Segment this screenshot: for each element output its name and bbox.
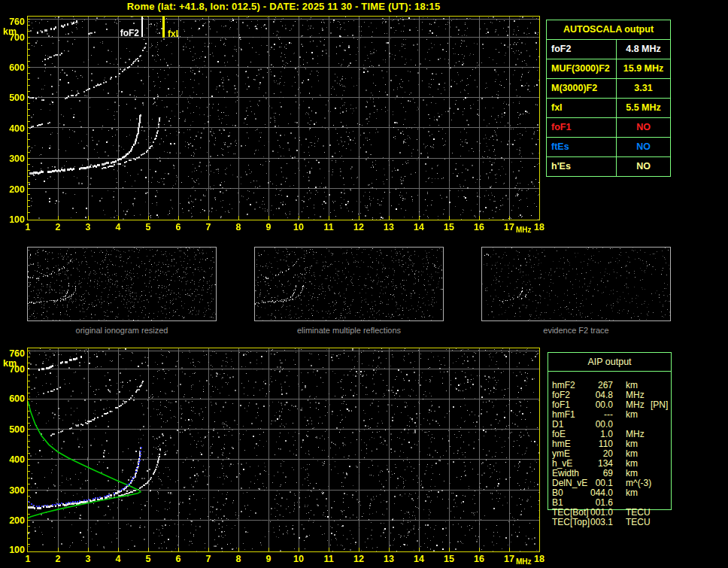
thumbnail-caption-f2-trace: evidence F2 trace — [481, 326, 671, 335]
ionogram-plot-top: foF2 fxI — [27, 16, 540, 220]
x-axis-tick-label: 2 — [48, 554, 68, 564]
x-axis-tick-label: 13 — [379, 554, 399, 564]
thumbnail-canvas-f2-trace — [482, 248, 670, 320]
bottom-plot-x-axis: 123456789101112131415161718MHz — [27, 554, 546, 566]
autoscala-parameter-value: NO — [617, 157, 670, 176]
y-axis-tick-label: 700 — [0, 33, 25, 43]
x-axis-tick-label: 12 — [349, 554, 369, 564]
aip-table-row: TEC[Top]003.1TECU — [548, 518, 671, 527]
x-axis-tick-label: 4 — [108, 554, 128, 564]
autoscala-parameter-label: foF1 — [547, 118, 617, 137]
x-axis-tick-label: 10 — [289, 554, 308, 564]
autoscala-table-row: foF24.8 MHz — [547, 40, 670, 59]
autoscala-parameter-label: foF2 — [547, 40, 617, 59]
x-axis-tick-label: 4 — [108, 222, 128, 232]
autoscala-parameter-label: MUF(3000)F2 — [547, 59, 617, 78]
aip-table-title: AIP output — [548, 353, 671, 372]
autoscala-table-row: fxI5.5 MHz — [547, 99, 670, 118]
x-axis-tick-label: 15 — [439, 222, 459, 232]
autoscala-output-table: AUTOSCALA output foF24.8 MHzMUF(3000)F21… — [546, 20, 671, 177]
x-axis-tick-label: 2 — [48, 222, 68, 232]
x-axis-tick-label: 8 — [229, 554, 248, 564]
x-axis-tick-label: 14 — [409, 554, 429, 564]
aip-parameter-value: 003.1 — [580, 518, 613, 527]
foF2-marker-label: foF2 — [114, 29, 139, 38]
ionogram-plot-bottom — [27, 348, 540, 552]
autoscala-parameter-label: h'Es — [547, 157, 617, 176]
y-axis-tick-label: 500 — [0, 93, 25, 103]
x-axis-tick-label: 8 — [229, 222, 248, 232]
x-axis-tick-label: 14 — [409, 222, 429, 232]
foF2-frequency-marker-line — [141, 17, 143, 37]
x-axis-tick-label: 12 — [349, 222, 369, 232]
x-axis-tick-label: 6 — [168, 554, 188, 564]
autoscala-table-row: h'EsNO — [547, 157, 670, 176]
aip-parameter-unit: km — [626, 488, 638, 498]
thumbnail-original-ionogram — [27, 247, 217, 321]
x-axis-tick-label: 7 — [199, 222, 218, 232]
x-axis-tick-label: 9 — [259, 554, 278, 564]
thumbnail-eliminate-reflections — [254, 247, 444, 321]
thumbnail-evidence-f2 — [481, 247, 671, 321]
thumbnail-caption-reflections: eliminate multiple reflections — [254, 326, 444, 335]
x-axis-tick-label: 15 — [439, 554, 459, 564]
autoscala-parameter-value: 4.8 MHz — [617, 40, 670, 59]
x-axis-tick-label: 11 — [319, 222, 338, 232]
y-axis-tick-label: 200 — [0, 516, 25, 526]
x-axis-tick-label: 16 — [469, 554, 489, 564]
aip-parameter-unit: TECU — [626, 518, 651, 527]
aip-output-table: AIP output hmF2267kmfoF204.8MHzfoF100.0M… — [548, 352, 672, 510]
x-axis-tick-label: 7 — [199, 554, 218, 564]
autoscala-parameter-value: NO — [617, 118, 670, 137]
x-axis-tick-label: 10 — [289, 222, 308, 232]
y-axis-tick-label: 200 — [0, 185, 25, 195]
thumbnail-canvas-original — [28, 248, 216, 320]
autoscala-parameter-value: 5.5 MHz — [617, 99, 670, 117]
autoscala-table-row: ftEsNO — [547, 138, 670, 157]
x-axis-tick-label: 18 — [529, 222, 549, 232]
ionogram-canvas-top — [28, 17, 539, 220]
x-axis-tick-label: 18 — [529, 554, 549, 564]
autoscala-table-row: foF1NO — [547, 118, 670, 138]
y-axis-tick-label: 500 — [0, 425, 25, 435]
x-axis-tick-label: 9 — [259, 222, 278, 232]
x-axis-unit-label: MHz — [516, 557, 532, 566]
autoscala-window: { "header": { "title": "Rome (lat: +41.8… — [0, 0, 728, 568]
autoscala-parameter-label: ftEs — [547, 138, 617, 156]
autoscala-parameter-label: M(3000)F2 — [547, 79, 617, 98]
aip-parameter-flag: [PN] — [651, 400, 668, 410]
ionogram-canvas-bottom — [28, 348, 539, 551]
y-axis-tick-label: 600 — [0, 394, 25, 404]
x-axis-tick-label: 16 — [469, 222, 489, 232]
x-axis-tick-label: 3 — [78, 222, 98, 232]
fxI-frequency-marker-line — [162, 17, 165, 38]
x-axis-tick-label: 13 — [379, 222, 399, 232]
thumbnail-canvas-reflections — [255, 248, 443, 320]
autoscala-table-row: M(3000)F23.31 — [547, 79, 670, 99]
top-plot-x-axis: 123456789101112131415161718MHz — [27, 222, 546, 234]
x-axis-tick-label: 1 — [18, 554, 38, 564]
page-title: Rome (lat: +41.8, lon: 012.5) - DATE: 20… — [27, 1, 540, 12]
fxI-marker-label: fxI — [168, 29, 178, 39]
autoscala-parameter-value: 15.9 MHz — [617, 59, 670, 78]
aip-parameter-unit: km — [626, 410, 638, 420]
autoscala-parameter-label: fxI — [547, 99, 617, 117]
y-axis-tick-label: 600 — [0, 63, 25, 73]
x-axis-tick-label: 3 — [78, 554, 98, 564]
x-axis-tick-label: 11 — [319, 554, 338, 564]
autoscala-parameter-value: NO — [617, 138, 670, 156]
y-axis-tick-label: 700 — [0, 365, 25, 375]
autoscala-table-title: AUTOSCALA output — [547, 20, 670, 40]
x-axis-tick-label: 5 — [138, 222, 158, 232]
autoscala-table-row: MUF(3000)F215.9 MHz — [547, 59, 670, 79]
thumbnail-caption-original: original ionogram resized — [27, 326, 217, 335]
y-axis-tick-label: 400 — [0, 124, 25, 134]
autoscala-parameter-value: 3.31 — [617, 79, 670, 98]
x-axis-tick-label: 1 — [18, 222, 38, 232]
x-axis-tick-label: 6 — [168, 222, 188, 232]
y-axis-tick-label: 300 — [0, 154, 25, 164]
x-axis-unit-label: MHz — [516, 226, 532, 234]
y-axis-tick-label: 400 — [0, 455, 25, 465]
y-axis-tick-label: 300 — [0, 486, 25, 496]
x-axis-tick-label: 5 — [138, 554, 158, 564]
